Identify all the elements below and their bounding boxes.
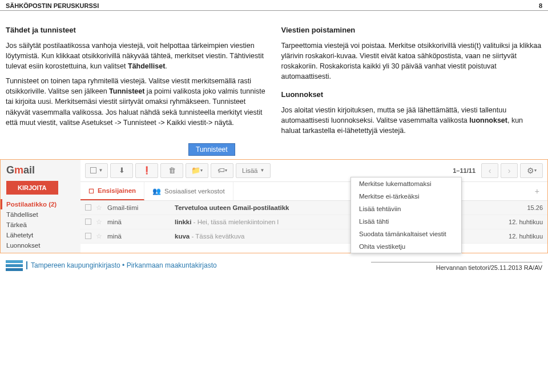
- dd-mute-thread[interactable]: Ohita viestiketju: [351, 240, 461, 253]
- left-heading: Tähdet ja tunnisteet: [6, 25, 267, 36]
- doc-title: SÄHKÖPOSTIN PERUSKURSSI: [6, 2, 99, 9]
- sidebar-item-starred[interactable]: Tähdelliset: [6, 209, 80, 220]
- sidebar-item-important[interactable]: Tärkeä: [6, 220, 80, 230]
- message-row[interactable]: ☆ minä kuva - Tässä kevätkuva 12. huhtik…: [80, 229, 547, 244]
- gmail-sidebar: Gmail KIRJOITA Postilaatikko (2) Tähdell…: [1, 160, 80, 253]
- content-columns: Tähdet ja tunnisteet Jos säilytät postil…: [0, 11, 548, 147]
- archive-button[interactable]: ⬇: [110, 163, 133, 178]
- gmail-screenshot: Gmail KIRJOITA Postilaatikko (2) Tähdell…: [0, 159, 548, 253]
- sender: Gmail-tiimi: [107, 204, 170, 211]
- footer-logo: Tampereen kaupunginkirjasto • Pirkanmaan…: [6, 260, 217, 271]
- star-icon[interactable]: ☆: [96, 204, 103, 212]
- dd-mark-not-important[interactable]: Merkitse ei-tärkeäksi: [351, 190, 461, 203]
- spam-button[interactable]: ❗: [135, 163, 158, 178]
- gmail-logo: Gmail: [6, 164, 80, 176]
- callout-wrap: Tunnisteet: [0, 147, 548, 159]
- right-heading-1: Viestien poistaminen: [281, 25, 543, 36]
- message-row[interactable]: ☆ minä linkki - Hei, tässä mielenkiintoi…: [80, 215, 547, 229]
- gmail-toolbar: ▼ ⬇ ❗ 🗑 📁▾ 🏷▾ Lisää▼ 1–11/11 ‹ › ⚙▾: [80, 160, 547, 182]
- date: 12. huhtikuu: [497, 233, 543, 240]
- left-column: Tähdet ja tunnisteet Jos säilytät postil…: [6, 25, 267, 141]
- star-icon[interactable]: ☆: [96, 232, 103, 240]
- prev-page-button[interactable]: ‹: [481, 163, 498, 178]
- date: 12. huhtikuu: [497, 219, 543, 225]
- left-para-2: Tunnisteet on toinen tapa ryhmitellä vie…: [6, 76, 267, 128]
- page-header: SÄHKÖPOSTIN PERUSKURSSI 8: [0, 0, 548, 11]
- sidebar-item-drafts[interactable]: Luonnokset: [6, 240, 80, 250]
- row-checkbox[interactable]: [85, 233, 91, 239]
- sender: minä: [107, 219, 170, 225]
- settings-gear-button[interactable]: ⚙▾: [520, 163, 543, 178]
- logo-bars-icon: [6, 260, 23, 271]
- dd-filter-similar[interactable]: Suodata tämänkaltaiset viestit: [351, 228, 461, 240]
- org-name: Tampereen kaupunginkirjasto • Pirkanmaan…: [26, 261, 217, 269]
- dd-add-star[interactable]: Lisää tähti: [351, 215, 461, 228]
- move-button[interactable]: 📁▾: [186, 163, 208, 178]
- footer-source: Hervannan tietotori/25.11.2013 RA/AV: [371, 262, 542, 271]
- left-para-1: Jos säilytät postilaatikossa vanhoja vie…: [6, 41, 267, 71]
- add-tab-button[interactable]: +: [527, 182, 547, 200]
- dd-add-to-tasks[interactable]: Lisää tehtäviin: [351, 203, 461, 215]
- label-button[interactable]: 🏷▾: [211, 163, 233, 178]
- gmail-tabs: ◻ Ensisijainen 👥 Sosiaaliset verkostot +: [80, 182, 547, 201]
- sender: minä: [107, 233, 170, 240]
- page-number: 8: [539, 2, 542, 9]
- more-dropdown-menu: Merkitse lukemattomaksi Merkitse ei-tärk…: [350, 177, 462, 253]
- sidebar-item-inbox[interactable]: Postilaatikko (2): [1, 199, 80, 209]
- next-page-button[interactable]: ›: [501, 163, 518, 178]
- gmail-main: ▼ ⬇ ❗ 🗑 📁▾ 🏷▾ Lisää▼ 1–11/11 ‹ › ⚙▾ Merk…: [80, 160, 547, 253]
- date: 15.26: [497, 204, 543, 211]
- row-checkbox[interactable]: [85, 204, 91, 211]
- right-column: Viestien poistaminen Tarpeettomia vieste…: [281, 25, 543, 141]
- pager-text: 1–11/11: [453, 167, 476, 174]
- people-icon: 👥: [152, 187, 161, 195]
- compose-button[interactable]: KIRJOITA: [6, 181, 58, 195]
- sidebar-item-sent[interactable]: Lähetetyt: [6, 230, 80, 240]
- more-button[interactable]: Lisää▼: [236, 163, 271, 178]
- delete-button[interactable]: 🗑: [160, 163, 183, 178]
- dd-mark-unread[interactable]: Merkitse lukemattomaksi: [351, 177, 461, 190]
- right-heading-2: Luonnokset: [281, 90, 543, 100]
- right-para-1: Tarpeettomia viestejä voi poistaa. Merki…: [281, 41, 543, 82]
- tab-primary[interactable]: ◻ Ensisijainen: [80, 182, 144, 200]
- callout-label: Tunnisteet: [188, 143, 235, 156]
- select-all-checkbox[interactable]: ▼: [85, 163, 108, 178]
- inbox-icon: ◻: [88, 187, 94, 195]
- message-row[interactable]: ☆ Gmail-tiimi Tervetuloa uuteen Gmail-po…: [80, 201, 547, 215]
- row-checkbox[interactable]: [85, 219, 91, 225]
- page-footer: Tampereen kaupunginkirjasto • Pirkanmaan…: [0, 253, 548, 274]
- tab-social[interactable]: 👥 Sosiaaliset verkostot: [144, 182, 233, 200]
- star-icon[interactable]: ☆: [96, 218, 103, 226]
- right-para-2: Jos aloitat viestin kirjoituksen, mutta …: [281, 105, 543, 136]
- message-list: ☆ Gmail-tiimi Tervetuloa uuteen Gmail-po…: [80, 201, 547, 244]
